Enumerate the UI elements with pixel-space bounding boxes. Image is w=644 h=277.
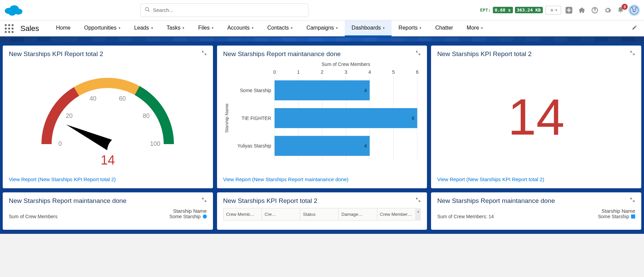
view-report-link[interactable]: View Report (New Starships KPI Report to… bbox=[437, 176, 635, 182]
view-report-link[interactable]: View Report (New Starships Report mainta… bbox=[223, 176, 421, 182]
table-header: Crew Memb…Cre…StatusDamage…Crew Member … bbox=[223, 208, 416, 221]
expand-icon[interactable] bbox=[415, 50, 422, 56]
nav-item-tasks[interactable]: Tasks▾ bbox=[160, 20, 192, 36]
svg-rect-37 bbox=[274, 108, 417, 128]
nav-item-more[interactable]: More▾ bbox=[460, 20, 490, 36]
global-header: Search... EPT: 0.68 s 363.24 KB ★ ▾ 3 bbox=[0, 0, 644, 20]
card-title: New Starships Report maintanance done bbox=[9, 197, 207, 205]
expand-icon[interactable] bbox=[630, 50, 636, 56]
salesforce-logo[interactable] bbox=[4, 3, 23, 17]
table-column-header[interactable]: Crew Memb… bbox=[223, 208, 262, 220]
sum-label: Sum of Crew Members bbox=[9, 214, 57, 219]
svg-point-10 bbox=[632, 9, 633, 10]
chevron-down-icon: ▾ bbox=[151, 26, 153, 30]
svg-text:4: 4 bbox=[364, 143, 367, 149]
ept-time-badge: 0.68 s bbox=[493, 7, 513, 13]
table-column-header[interactable]: Damage… bbox=[339, 208, 377, 220]
card-kpi-table: New Starships KPI Report total 2 Crew Me… bbox=[217, 192, 427, 230]
user-avatar[interactable] bbox=[628, 4, 640, 16]
search-icon bbox=[145, 7, 150, 13]
svg-text:3: 3 bbox=[344, 69, 347, 75]
chevron-down-icon: ▾ bbox=[481, 26, 483, 30]
scrollbar-up-icon[interactable]: ▲ bbox=[416, 208, 421, 221]
search-placeholder: Search... bbox=[153, 7, 173, 13]
nav-item-label: Files bbox=[198, 25, 210, 31]
chevron-down-icon: ▾ bbox=[419, 26, 422, 30]
card-hbar: New Starships Report maintanance done Su… bbox=[217, 46, 427, 188]
svg-text:6: 6 bbox=[412, 115, 414, 121]
expand-icon[interactable] bbox=[415, 197, 422, 203]
nav-item-leads[interactable]: Leads▾ bbox=[127, 20, 160, 36]
svg-text:Starship Name: Starship Name bbox=[224, 104, 229, 133]
svg-rect-40 bbox=[274, 136, 370, 156]
table-column-header[interactable]: Status bbox=[300, 208, 339, 220]
app-name: Sales bbox=[20, 24, 39, 33]
card-maint-legend-a: New Starships Report maintanance done Su… bbox=[3, 192, 213, 230]
notifications-button[interactable]: 3 bbox=[615, 5, 626, 15]
card-maint-legend-b: New Starships Report maintanance done Su… bbox=[431, 192, 641, 230]
chevron-down-icon: ▾ bbox=[291, 26, 293, 30]
svg-text:0: 0 bbox=[273, 69, 276, 75]
nav-item-label: Accounts bbox=[227, 25, 250, 31]
chevron-down-icon: ▾ bbox=[119, 26, 121, 30]
star-icon: ★ bbox=[550, 7, 554, 13]
nav-item-home[interactable]: Home bbox=[49, 20, 77, 36]
table-column-header[interactable]: Cre… bbox=[262, 208, 300, 220]
svg-text:20: 20 bbox=[66, 112, 73, 119]
legend-title: Starship Name bbox=[169, 208, 207, 214]
global-search[interactable]: Search... bbox=[140, 3, 308, 17]
app-nav: Sales HomeOpportunities▾Leads▾Tasks▾File… bbox=[0, 20, 644, 37]
nav-item-chatter[interactable]: Chatter bbox=[428, 20, 460, 36]
svg-text:TIE FIGHTER: TIE FIGHTER bbox=[242, 116, 271, 121]
card-metric: New Starships KPI Report total 2 14 View… bbox=[431, 46, 641, 188]
legend-swatch-icon bbox=[203, 214, 207, 219]
nav-item-label: Campaigns bbox=[306, 25, 334, 31]
legend-item-label: Some Starship bbox=[598, 214, 629, 219]
gauge-chart: 020406080100 14 bbox=[9, 66, 207, 168]
table-column-header[interactable]: Crew Member … bbox=[377, 208, 415, 220]
nav-item-accounts[interactable]: Accounts▾ bbox=[220, 20, 261, 36]
expand-icon[interactable] bbox=[201, 197, 208, 203]
trailhead-icon[interactable] bbox=[577, 5, 587, 15]
edit-nav-icon[interactable] bbox=[629, 25, 640, 32]
favorites-dropdown[interactable]: ★ ▾ bbox=[545, 6, 561, 15]
legend-title: Starship Name bbox=[598, 208, 635, 214]
svg-text:4: 4 bbox=[368, 69, 371, 75]
chevron-down-icon: ▾ bbox=[182, 26, 184, 30]
gauge-value: 14 bbox=[9, 153, 207, 168]
app-launcher-icon[interactable] bbox=[4, 23, 14, 34]
svg-text:80: 80 bbox=[143, 112, 150, 119]
nav-item-label: Reports bbox=[398, 25, 417, 31]
nav-item-opportunities[interactable]: Opportunities▾ bbox=[77, 20, 127, 36]
chevron-down-icon: ▾ bbox=[336, 26, 338, 30]
svg-point-11 bbox=[635, 9, 636, 10]
card-title: New Starships KPI Report total 2 bbox=[9, 50, 207, 58]
nav-item-label: Contacts bbox=[267, 25, 289, 31]
nav-item-reports[interactable]: Reports▾ bbox=[392, 20, 428, 36]
svg-text:100: 100 bbox=[150, 140, 160, 147]
card-title: New Starships KPI Report total 2 bbox=[437, 50, 635, 58]
chevron-down-icon: ▾ bbox=[252, 26, 254, 30]
svg-text:Some Starship: Some Starship bbox=[240, 88, 271, 93]
context-strip bbox=[0, 37, 644, 41]
nav-item-files[interactable]: Files▾ bbox=[191, 20, 220, 36]
svg-text:2: 2 bbox=[321, 69, 323, 75]
nav-item-label: Chatter bbox=[435, 25, 453, 31]
notification-count-badge: 3 bbox=[622, 4, 628, 10]
svg-rect-34 bbox=[274, 80, 370, 100]
nav-item-label: Dashboards bbox=[352, 25, 381, 31]
expand-icon[interactable] bbox=[630, 197, 636, 203]
metric-value: 14 bbox=[508, 91, 565, 142]
legend-item-label: Some Starship bbox=[169, 214, 201, 219]
view-report-link[interactable]: View Report (New Starships KPI Report to… bbox=[9, 176, 207, 182]
help-icon[interactable] bbox=[590, 5, 600, 15]
nav-item-dashboards[interactable]: Dashboards▾ bbox=[345, 20, 392, 36]
setup-gear-icon[interactable] bbox=[603, 5, 613, 15]
global-add-button[interactable] bbox=[564, 5, 574, 15]
nav-item-contacts[interactable]: Contacts▾ bbox=[261, 20, 300, 36]
nav-item-campaigns[interactable]: Campaigns▾ bbox=[300, 20, 345, 36]
svg-point-9 bbox=[630, 6, 638, 14]
nav-item-label: Opportunities bbox=[84, 25, 117, 31]
expand-icon[interactable] bbox=[201, 50, 208, 56]
svg-text:1: 1 bbox=[297, 69, 300, 75]
